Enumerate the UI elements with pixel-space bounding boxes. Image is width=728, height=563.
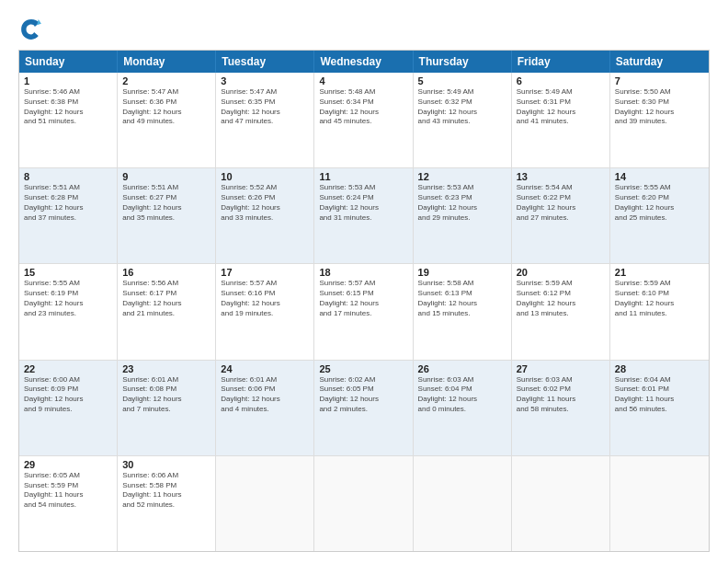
cell-line: Sunset: 6:30 PM <box>615 98 704 108</box>
cell-line: Sunset: 6:36 PM <box>122 98 210 108</box>
cell-line: Daylight: 12 hours <box>24 203 112 213</box>
cell-line: Sunset: 6:12 PM <box>517 289 605 299</box>
cell-line: Daylight: 12 hours <box>319 395 407 405</box>
day-number: 20 <box>517 267 605 278</box>
day-number: 14 <box>615 171 704 182</box>
cell-line: Daylight: 12 hours <box>122 395 210 405</box>
day-number: 23 <box>122 363 210 374</box>
cell-line: Sunrise: 6:05 AM <box>24 471 112 481</box>
day-number: 28 <box>615 363 704 374</box>
day-cell-24: 24Sunrise: 6:01 AMSunset: 6:06 PMDayligh… <box>216 361 314 455</box>
day-cell-30: 30Sunrise: 6:06 AMSunset: 5:58 PMDayligh… <box>118 456 216 551</box>
cell-line: Sunrise: 5:57 AM <box>319 279 407 289</box>
day-cell-19: 19Sunrise: 5:58 AMSunset: 6:13 PMDayligh… <box>414 264 512 359</box>
cell-line: Sunrise: 6:01 AM <box>122 375 210 385</box>
cell-line: Sunrise: 5:49 AM <box>418 87 506 98</box>
cell-line: and 41 minutes. <box>517 117 605 127</box>
cell-line: Sunset: 6:16 PM <box>221 289 309 299</box>
cell-line: Daylight: 12 hours <box>319 299 407 309</box>
day-cell-2: 2Sunrise: 5:47 AMSunset: 6:36 PMDaylight… <box>118 73 216 167</box>
day-number: 10 <box>221 171 309 182</box>
calendar-row-3: 15Sunrise: 5:55 AMSunset: 6:19 PMDayligh… <box>19 264 709 360</box>
logo <box>18 17 48 42</box>
cell-line: Daylight: 12 hours <box>122 203 210 213</box>
cell-line: Sunset: 6:10 PM <box>615 289 704 299</box>
calendar-row-2: 8Sunrise: 5:51 AMSunset: 6:28 PMDaylight… <box>19 168 709 264</box>
day-cell-22: 22Sunrise: 6:00 AMSunset: 6:09 PMDayligh… <box>19 361 118 455</box>
calendar-body: 1Sunrise: 5:46 AMSunset: 6:38 PMDaylight… <box>19 73 709 551</box>
cell-line: Sunrise: 6:03 AM <box>418 375 506 385</box>
cell-line: Daylight: 12 hours <box>517 203 605 213</box>
cell-line: Sunset: 5:58 PM <box>122 481 210 491</box>
cell-line: and 15 minutes. <box>418 309 506 319</box>
cell-line: and 37 minutes. <box>24 213 112 224</box>
day-number: 8 <box>24 171 112 182</box>
day-cell-13: 13Sunrise: 5:54 AMSunset: 6:22 PMDayligh… <box>512 168 610 263</box>
day-number: 9 <box>122 171 210 182</box>
cell-line: Daylight: 11 hours <box>122 490 210 500</box>
cell-line: Daylight: 12 hours <box>319 108 407 118</box>
cell-line: and 11 minutes. <box>615 309 704 319</box>
cell-line: Sunrise: 6:01 AM <box>221 375 309 385</box>
cell-line: Sunset: 6:22 PM <box>517 193 605 203</box>
cell-line: Daylight: 12 hours <box>418 395 506 405</box>
calendar-header: SundayMondayTuesdayWednesdayThursdayFrid… <box>19 51 709 73</box>
day-number: 12 <box>418 171 506 182</box>
cell-line: Sunset: 6:24 PM <box>319 193 407 203</box>
day-number: 18 <box>319 267 407 278</box>
cell-line: and 19 minutes. <box>221 309 309 319</box>
cell-line: Sunrise: 5:56 AM <box>122 279 210 289</box>
cell-line: and 0 minutes. <box>418 405 506 415</box>
day-number: 1 <box>24 75 112 86</box>
cell-line: Sunset: 6:05 PM <box>319 385 407 395</box>
day-cell-26: 26Sunrise: 6:03 AMSunset: 6:04 PMDayligh… <box>414 361 512 455</box>
calendar-row-5: 29Sunrise: 6:05 AMSunset: 5:59 PMDayligh… <box>19 456 709 551</box>
empty-cell <box>216 456 314 551</box>
cell-line: Sunrise: 6:03 AM <box>517 375 605 385</box>
cell-line: Sunset: 6:35 PM <box>221 98 309 108</box>
cell-line: Sunrise: 6:06 AM <box>122 471 210 481</box>
header-day-sunday: Sunday <box>19 51 118 73</box>
day-cell-16: 16Sunrise: 5:56 AMSunset: 6:17 PMDayligh… <box>118 264 216 359</box>
cell-line: Sunrise: 6:02 AM <box>319 375 407 385</box>
day-cell-1: 1Sunrise: 5:46 AMSunset: 6:38 PMDaylight… <box>19 73 118 167</box>
header-day-friday: Friday <box>512 51 610 73</box>
cell-line: and 29 minutes. <box>418 213 506 224</box>
cell-line: Sunset: 6:32 PM <box>418 98 506 108</box>
cell-line: Sunrise: 6:04 AM <box>615 375 704 385</box>
day-cell-4: 4Sunrise: 5:48 AMSunset: 6:34 PMDaylight… <box>314 73 413 167</box>
cell-line: Sunset: 6:02 PM <box>517 385 605 395</box>
cell-line: and 43 minutes. <box>418 117 506 127</box>
cell-line: Sunset: 6:04 PM <box>418 385 506 395</box>
cell-line: Daylight: 12 hours <box>615 203 704 213</box>
calendar-row-1: 1Sunrise: 5:46 AMSunset: 6:38 PMDaylight… <box>19 73 709 168</box>
day-cell-14: 14Sunrise: 5:55 AMSunset: 6:20 PMDayligh… <box>610 168 709 263</box>
cell-line: Sunset: 6:31 PM <box>517 98 605 108</box>
day-cell-11: 11Sunrise: 5:53 AMSunset: 6:24 PMDayligh… <box>314 168 413 263</box>
day-number: 3 <box>221 75 309 86</box>
cell-line: Daylight: 12 hours <box>24 299 112 309</box>
cell-line: and 33 minutes. <box>221 213 309 224</box>
header-day-monday: Monday <box>118 51 216 73</box>
cell-line: and 56 minutes. <box>615 405 704 415</box>
cell-line: and 49 minutes. <box>122 117 210 127</box>
header <box>18 17 710 42</box>
cell-line: Daylight: 12 hours <box>418 108 506 118</box>
cell-line: and 58 minutes. <box>517 405 605 415</box>
day-number: 4 <box>319 75 407 86</box>
cell-line: Sunset: 6:27 PM <box>122 193 210 203</box>
cell-line: Sunset: 6:13 PM <box>418 289 506 299</box>
day-number: 21 <box>615 267 704 278</box>
cell-line: Daylight: 12 hours <box>615 299 704 309</box>
cell-line: Sunset: 5:59 PM <box>24 481 112 491</box>
day-cell-8: 8Sunrise: 5:51 AMSunset: 6:28 PMDaylight… <box>19 168 118 263</box>
cell-line: Sunrise: 5:58 AM <box>418 279 506 289</box>
day-number: 29 <box>24 459 112 470</box>
cell-line: Daylight: 12 hours <box>24 395 112 405</box>
cell-line: and 45 minutes. <box>319 117 407 127</box>
day-number: 2 <box>122 75 210 86</box>
cell-line: and 9 minutes. <box>24 405 112 415</box>
day-number: 13 <box>517 171 605 182</box>
cell-line: Sunrise: 5:55 AM <box>615 183 704 193</box>
day-cell-15: 15Sunrise: 5:55 AMSunset: 6:19 PMDayligh… <box>19 264 118 359</box>
